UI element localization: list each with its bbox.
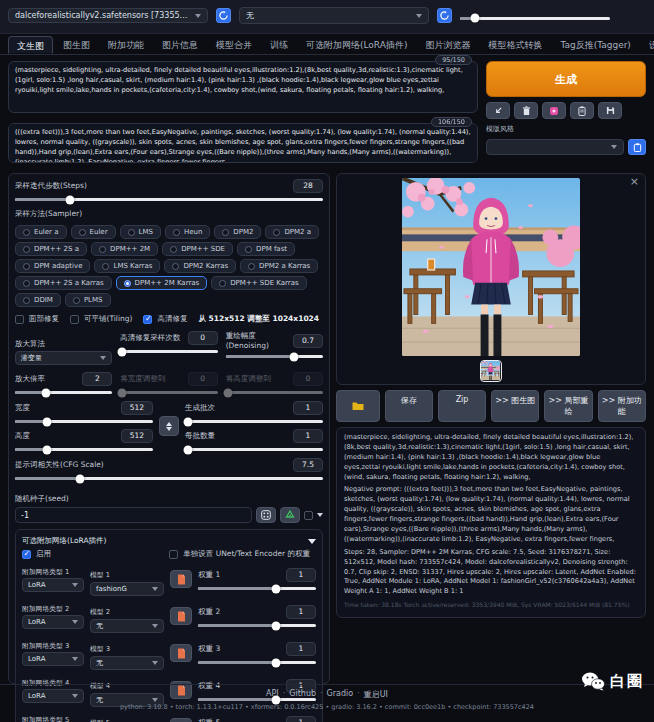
lora-weight-track-3[interactable]	[198, 661, 316, 664]
lora-model-select-2[interactable]: 无	[90, 619, 164, 633]
github-link[interactable]: Github	[289, 689, 316, 700]
lora-type-select-1[interactable]: LoRA	[22, 578, 84, 592]
steps-value[interactable]: 28	[293, 179, 323, 193]
refresh-vae-button[interactable]	[437, 8, 452, 23]
extra-networks-button[interactable]	[542, 102, 566, 119]
gradio-link[interactable]: Gradio	[327, 689, 354, 700]
width-value[interactable]: 512	[121, 401, 153, 415]
open-folder-button[interactable]	[336, 390, 380, 422]
slider-handle[interactable]	[271, 658, 280, 667]
tab-additional-networks[interactable]: 可选附加网络(LoRA插件)	[298, 36, 415, 54]
generated-image[interactable]	[402, 178, 580, 356]
sampler-lms-karras[interactable]: LMS Karras	[94, 259, 160, 273]
swap-dimensions-button[interactable]	[159, 416, 179, 436]
tab-tagger[interactable]: Tag反推(Tagger)	[552, 36, 638, 54]
batch-size-value[interactable]: 1	[293, 429, 323, 443]
hires-steps-track[interactable]	[120, 350, 217, 353]
lora-model-info-button-2[interactable]	[170, 607, 192, 625]
lora-model-info-button-3[interactable]	[170, 644, 192, 662]
height-value[interactable]: 512	[121, 429, 153, 443]
slider-handle[interactable]	[271, 584, 280, 593]
sampler-dpm2-a[interactable]: DPM2 a	[265, 225, 319, 239]
restore-faces-checkbox[interactable]	[15, 315, 24, 324]
sampler-dpmpp-2s-a-karras[interactable]: DPM++ 2S a Karras	[15, 276, 112, 290]
apply-selected-style-button[interactable]	[628, 139, 646, 155]
sampler-euler[interactable]: Euler	[71, 225, 116, 239]
lora-enable-checkbox[interactable]	[22, 550, 31, 559]
seed-extras-expand-icon[interactable]	[317, 513, 323, 517]
slider-handle[interactable]	[271, 621, 280, 630]
model-checkpoint-select[interactable]: dalceforealisticallyv2.safetensors [7335…	[8, 8, 208, 23]
sampler-euler-a[interactable]: Euler a	[15, 225, 67, 239]
tab-checkpoint-merger[interactable]: 模型合并	[208, 36, 260, 54]
close-icon[interactable]: ×	[630, 176, 639, 187]
lora-weight-value-3[interactable]: 1	[286, 642, 316, 656]
batch-count-track[interactable]	[185, 420, 323, 423]
sampler-lms[interactable]: LMS	[120, 225, 161, 239]
style-template-select[interactable]	[486, 139, 624, 155]
hires-fix-checkbox[interactable]	[143, 315, 152, 324]
sampler-dpm2-karras[interactable]: DPM2 Karras	[164, 259, 236, 273]
lora-weight-track-1[interactable]	[198, 587, 316, 590]
slider-handle[interactable]	[66, 195, 75, 204]
sampler-dpm2-a-karras[interactable]: DPM2 a Karras	[240, 259, 318, 273]
sampler-dpm-adaptive[interactable]: DPM adaptive	[15, 259, 90, 273]
lora-separate-weights-checkbox[interactable]	[169, 550, 178, 559]
reuse-seed-button[interactable]	[280, 507, 300, 523]
height-track[interactable]	[15, 448, 153, 451]
steps-track[interactable]	[15, 198, 323, 201]
send-to-inpaint-button[interactable]: >> 局部重绘	[544, 390, 592, 422]
slider-handle[interactable]	[471, 14, 480, 23]
sampler-dpmpp-2m[interactable]: DPM++ 2M	[91, 242, 158, 256]
hires-steps-value[interactable]: 0	[188, 331, 218, 345]
lora-model-info-button-1[interactable]	[170, 570, 192, 588]
save-button[interactable]: 保存	[385, 390, 433, 422]
refresh-checkpoints-button[interactable]	[216, 8, 231, 23]
sampler-dpmpp-2s-a[interactable]: DPM++ 2S a	[15, 242, 87, 256]
api-link[interactable]: API	[266, 689, 279, 700]
lora-model-select-3[interactable]: 无	[90, 656, 164, 670]
width-track[interactable]	[15, 420, 153, 423]
slider-handle[interactable]	[183, 417, 192, 426]
seed-input[interactable]	[15, 507, 252, 523]
lora-weight-track-2[interactable]	[198, 624, 316, 627]
lora-header[interactable]: 可选附加网络(LoRA插件)	[22, 536, 107, 546]
random-seed-button[interactable]	[256, 507, 276, 523]
tiling-checkbox[interactable]	[70, 315, 79, 324]
sampler-dpmpp-sde[interactable]: DPM++ SDE	[162, 242, 233, 256]
clip-skip-slider[interactable]	[460, 12, 610, 20]
sampler-dpm2[interactable]: DPM2	[214, 225, 261, 239]
slider-handle[interactable]	[183, 445, 192, 454]
tab-extras[interactable]: 附加功能	[100, 36, 152, 54]
negative-prompt-input[interactable]: (((extra feet))),3 feet,more than two fe…	[8, 123, 478, 163]
save-style-button[interactable]	[598, 102, 622, 119]
upscale-by-value[interactable]: 2	[82, 372, 112, 386]
cfg-value[interactable]: 7.5	[293, 458, 323, 472]
slider-handle[interactable]	[118, 347, 127, 356]
accordion-collapse-icon[interactable]	[308, 539, 316, 544]
batch-size-track[interactable]	[185, 448, 323, 451]
lora-type-select-3[interactable]: LoRA	[22, 652, 84, 666]
send-to-img2img-button[interactable]: >> 图生图	[491, 390, 539, 422]
slider-handle[interactable]	[289, 352, 298, 361]
reload-ui-link[interactable]: 重启UI	[364, 689, 388, 700]
sampler-ddim[interactable]: DDIM	[15, 293, 61, 307]
tab-image-browser[interactable]: 图片浏览器	[417, 36, 478, 54]
upscale-by-track[interactable]	[15, 391, 112, 394]
sampler-dpm-fast[interactable]: DPM fast	[237, 242, 295, 256]
denoising-track[interactable]	[226, 355, 323, 358]
generate-button[interactable]: 生成	[486, 61, 646, 97]
sampler-plms[interactable]: PLMS	[65, 293, 111, 307]
tab-settings[interactable]: 设置	[641, 36, 654, 54]
lora-weight-value-2[interactable]: 1	[286, 605, 316, 619]
gallery-thumbnail-1[interactable]	[480, 360, 502, 382]
tab-txt2img[interactable]: 文生图	[8, 36, 53, 54]
batch-count-value[interactable]: 1	[293, 401, 323, 415]
apply-style-button[interactable]	[570, 102, 594, 119]
clear-prompt-button[interactable]	[514, 102, 538, 119]
upscaler-select[interactable]: 潜变量	[15, 351, 112, 365]
denoising-value[interactable]: 0.7	[293, 334, 323, 348]
tab-png-info[interactable]: 图片信息	[154, 36, 206, 54]
lora-weight-value-1[interactable]: 1	[286, 568, 316, 582]
prompt-input[interactable]: (masterpiece, sidelighting, ultra-detail…	[8, 61, 478, 113]
